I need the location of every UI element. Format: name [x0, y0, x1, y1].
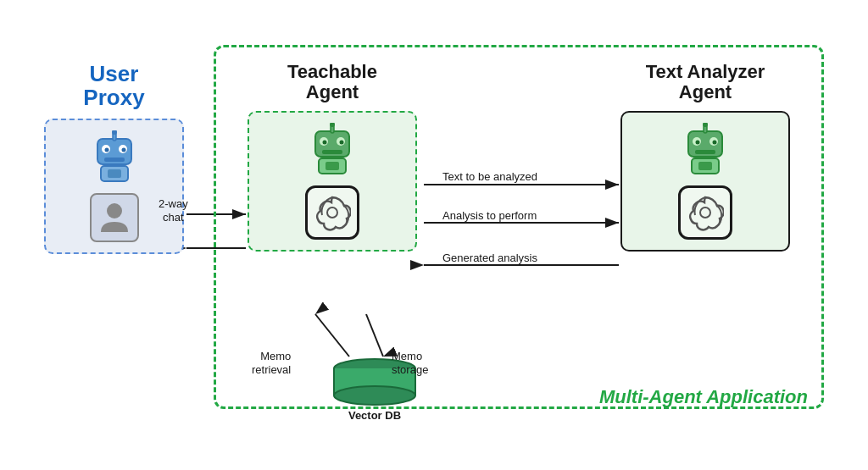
generated-analysis-label: Generated analysis: [442, 252, 537, 264]
svg-point-38: [696, 140, 700, 144]
svg-rect-18: [104, 158, 125, 162]
analysis-to-perform-label: Analysis to perform: [442, 209, 537, 222]
text-analyzer-title: Text Analyzer Agent: [620, 62, 790, 102]
svg-point-16: [104, 147, 108, 152]
svg-rect-31: [326, 162, 339, 170]
diagram-container: Multi-Agent Application User Proxy: [27, 19, 841, 451]
svg-rect-40: [695, 150, 715, 154]
svg-point-46: [334, 386, 415, 405]
multi-agent-label: Multi-Agent Application: [599, 386, 808, 408]
memo-retrieval-label: Memo retrieval: [252, 350, 291, 379]
svg-point-43: [700, 207, 710, 218]
two-way-chat-label: 2-way chat: [159, 197, 188, 226]
teachable-agent-box: [248, 111, 417, 252]
svg-rect-29: [322, 150, 342, 154]
text-analyzer-section: Text Analyzer Agent: [620, 62, 790, 252]
svg-point-39: [713, 140, 717, 144]
svg-point-27: [323, 140, 327, 144]
svg-rect-42: [698, 162, 712, 170]
teachable-agent-section: Teachable Agent: [248, 62, 417, 252]
memo-storage-label: Memo storage: [392, 350, 428, 379]
vector-db-label: Vector DB: [348, 409, 401, 422]
svg-point-28: [340, 140, 344, 144]
analyzer-openai-icon: [678, 185, 732, 240]
svg-point-21: [107, 203, 122, 218]
svg-point-17: [121, 147, 125, 152]
blue-robot-icon: [87, 130, 142, 185]
teachable-robot-icon: [305, 123, 359, 177]
svg-point-32: [327, 207, 337, 218]
person-icon: [90, 193, 139, 242]
analyzer-robot-icon: [678, 123, 732, 177]
user-proxy-box: [44, 119, 184, 254]
user-proxy-title: User Proxy: [44, 62, 184, 110]
svg-rect-20: [108, 169, 121, 178]
teachable-openai-icon: [305, 185, 359, 240]
text-to-analyze-label: Text to be analyzed: [442, 170, 537, 183]
teachable-agent-title: Teachable Agent: [248, 62, 417, 102]
text-analyzer-box: [620, 111, 790, 252]
